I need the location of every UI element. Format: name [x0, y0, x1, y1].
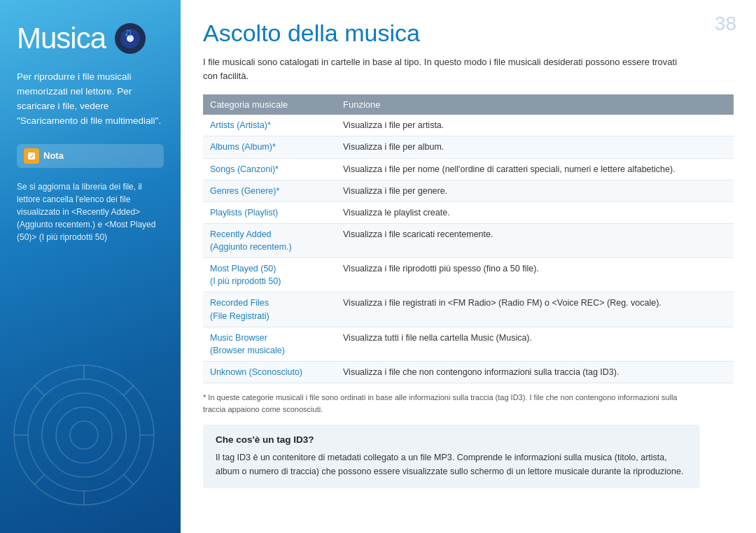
sidebar-title: Musica: [17, 22, 106, 55]
table-row: Playlists (Playlist)Visualizza le playli…: [203, 201, 734, 223]
main-title: Ascolto della musica: [203, 20, 734, 47]
sidebar-title-row: Musica ♫: [17, 21, 164, 56]
svg-point-7: [28, 379, 140, 491]
nota-badge: ✓ Nota: [17, 144, 164, 168]
table-header-function: Funzione: [336, 94, 734, 115]
sidebar-description: Per riprodurre i file musicali memorizza…: [17, 70, 164, 129]
table-footnote: * In queste categorie musicali i file so…: [203, 392, 693, 415]
table-row: Songs (Canzoni)*Visualizza i file per no…: [203, 158, 734, 180]
table-cell-function: Visualizza le playlist create.: [336, 201, 734, 223]
svg-point-8: [42, 393, 126, 477]
table-cell-category: Playlists (Playlist): [203, 201, 336, 223]
table-row: Genres (Genere)*Visualizza i file per ge…: [203, 180, 734, 201]
svg-point-10: [70, 421, 98, 449]
table-cell-category: Albums (Album)*: [203, 136, 336, 158]
svg-line-15: [34, 385, 44, 395]
table-cell-function: Visualizza i file per album.: [336, 136, 734, 158]
table-cell-category: Songs (Canzoni)*: [203, 158, 336, 180]
music-categories-table: Categoria musicale Funzione Artists (Art…: [203, 94, 734, 383]
id3-text: Il tag ID3 è un contenitore di metadati …: [216, 450, 687, 478]
id3-title: Che cos'è un tag ID3?: [216, 434, 687, 445]
table-row: Music Browser(Browser musicale)Visualizz…: [203, 327, 734, 361]
table-row: Albums (Album)*Visualizza i file per alb…: [203, 136, 734, 158]
nota-text: Se si aggiorna la libreria dei file, il …: [17, 180, 164, 243]
svg-point-9: [56, 407, 112, 463]
table-row: Recently Added(Aggiunto recentem.)Visual…: [203, 223, 734, 257]
svg-text:✓: ✓: [29, 153, 35, 160]
svg-text:♫: ♫: [124, 27, 132, 38]
sidebar: Musica ♫ Per riprodurre i file musicali …: [0, 0, 181, 533]
table-cell-function: Visualizza i file registrati in <FM Radi…: [336, 292, 734, 327]
table-cell-category: Most Played (50)(I più riprodotti 50): [203, 258, 336, 292]
svg-line-16: [124, 475, 134, 485]
table-row: Unknown (Sconosciuto)Visualizza i file c…: [203, 361, 734, 383]
table-cell-category: Recorded Files(File Registrati): [203, 292, 336, 327]
table-cell-function: Visualizza i file scaricati recentemente…: [336, 223, 734, 257]
table-cell-category: Genres (Genere)*: [203, 180, 336, 201]
table-cell-function: Visualizza i file per genere.: [336, 180, 734, 201]
table-cell-function: Visualizza i file per nome (nell'ordine …: [336, 158, 734, 180]
table-row: Artists (Artista)*Visualizza i file per …: [203, 115, 734, 136]
table-cell-function: Visualizza tutti i file nella cartella M…: [336, 327, 734, 361]
table-cell-category: Music Browser(Browser musicale): [203, 327, 336, 361]
table-row: Recorded Files(File Registrati)Visualizz…: [203, 292, 734, 327]
main-content: 38 Ascolto della musica I file musicali …: [181, 0, 756, 533]
nota-icon: ✓: [24, 148, 39, 164]
decorative-circles: [7, 358, 161, 512]
table-cell-function: Visualizza i file che non contengono inf…: [336, 361, 734, 383]
table-cell-function: Visualizza i file riprodotti più spesso …: [336, 258, 734, 292]
table-cell-category: Unknown (Sconosciuto): [203, 361, 336, 383]
nota-label: Nota: [43, 150, 64, 161]
page-number: 38: [715, 13, 736, 35]
svg-line-18: [124, 385, 134, 395]
table-cell-category: Artists (Artista)*: [203, 115, 336, 136]
table-cell-category: Recently Added(Aggiunto recentem.): [203, 223, 336, 257]
music-icon: ♫: [113, 21, 148, 56]
id3-info-box: Che cos'è un tag ID3? Il tag ID3 è un co…: [203, 425, 700, 488]
table-cell-function: Visualizza i file per artista.: [336, 115, 734, 136]
table-header-category: Categoria musicale: [203, 94, 336, 115]
svg-line-17: [34, 475, 44, 485]
table-row: Most Played (50)(I più riprodotti 50)Vis…: [203, 258, 734, 292]
intro-text: I file musicali sono catalogati in carte…: [203, 55, 693, 83]
